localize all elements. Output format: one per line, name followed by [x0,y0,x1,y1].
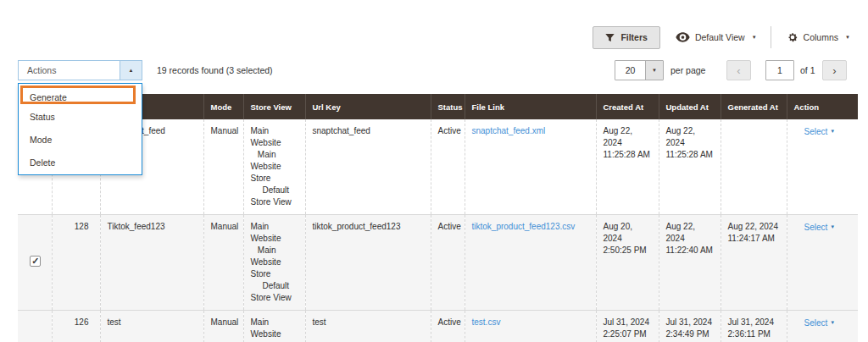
per-page-value: 20 [615,65,645,75]
filters-button[interactable]: Filters [593,26,660,49]
cell-status: Active [431,119,465,215]
table-header-row: Mode Store View Url Key Status File Link… [18,94,858,119]
select-label: Select [804,223,828,232]
cell-url-key: snaptchat_feed [305,119,431,215]
chevron-down-icon: ▼ [830,320,835,325]
default-view-control[interactable]: Default View ▼ [676,32,757,42]
cell-name: Tiktok_feed123 [100,215,203,311]
grid-toolbar: Filters Default View ▼ Columns ▼ [593,25,850,49]
select-label: Select [804,127,828,136]
header-url-key[interactable]: Url Key [305,94,431,119]
file-link[interactable]: tiktok_product_feed123.csv [472,222,576,231]
file-link[interactable]: test.csv [472,317,501,327]
menu-item-status[interactable]: Status [19,106,142,129]
cell-url-key: test [305,311,431,342]
table-row: 126 test Manual Main Website Main Websit… [18,311,858,342]
cell-updated-at: Aug 22, 2024 11:22:40 AM [659,215,721,311]
cell-mode: Manual [203,215,243,311]
header-store-view[interactable]: Store View [243,94,305,119]
cell-store-view: Main Website Main Website Store Default … [243,215,305,311]
header-generated-at[interactable]: Generated At [721,94,787,119]
header-mode[interactable]: Mode [203,94,243,119]
cell-created-at: Jul 31, 2024 2:25:07 PM [596,311,659,342]
table-row: 128 Tiktok_feed123 Manual Main Website M… [18,215,858,311]
cell-created-at: Aug 22, 2024 11:25:28 AM [596,119,659,215]
previous-page-button: ‹ [726,60,751,80]
header-action[interactable]: Action [787,94,858,119]
chevron-down-icon: ▼ [830,129,835,134]
total-pages-label: of 1 [800,65,815,75]
cell-id: 126 [52,311,100,342]
feeds-table: Mode Store View Url Key Status File Link… [18,94,858,342]
chevron-down-icon: ▼ [645,61,663,80]
header-created-at[interactable]: Created At [596,94,659,119]
cell-name: test [100,311,203,342]
header-file-link[interactable]: File Link [465,94,596,119]
cell-url-key: tiktok_product_feed123 [305,215,431,311]
toolbar-divider [771,26,771,48]
cell-mode: Manual [203,119,243,215]
columns-control[interactable]: Columns ▼ [787,31,850,43]
select-label: Select [804,318,828,328]
row-action-select[interactable]: Select▼ [794,317,836,329]
per-page-label: per page [670,65,705,75]
header-status[interactable]: Status [431,94,465,119]
gear-icon [787,31,798,43]
table-row: snaptchat_feed Manual Main Website Main … [18,119,858,215]
cell-generated-at: Aug 22, 2024 11:24:17 AM [721,215,787,311]
chevron-down-icon: ▼ [830,224,835,229]
menu-item-mode[interactable]: Mode [19,129,142,152]
cell-status: Active [431,311,465,342]
filters-button-label: Filters [620,32,648,42]
actions-dropdown-toggle[interactable]: Actions ▲ [18,60,142,80]
chevron-down-icon: ▼ [752,35,757,40]
cell-status: Active [431,215,465,311]
cell-generated-at: Jul 31, 2024 2:36:11 PM [721,311,787,342]
chevron-up-icon: ▲ [120,61,142,80]
next-page-button[interactable]: › [822,60,847,80]
row-checkbox[interactable] [30,256,41,267]
menu-item-delete[interactable]: Delete [19,152,142,174]
chevron-down-icon: ▼ [845,35,850,40]
row-action-select[interactable]: Select▼ [794,221,836,234]
per-page-select[interactable]: 20 ▼ [615,60,664,80]
row-action-select[interactable]: Select▼ [794,125,836,138]
default-view-label: Default View [695,32,745,42]
page-input[interactable] [765,60,794,80]
cell-updated-at: Aug 22, 2024 11:25:28 AM [659,119,721,215]
menu-item-generate[interactable]: Generate [20,86,136,104]
header-updated-at[interactable]: Updated At [659,94,721,119]
cell-store-view: Main Website Main Website Store Default … [243,311,305,342]
records-summary: 19 records found (3 selected) [157,65,273,75]
filter-funnel-icon [605,33,615,42]
cell-generated-at [721,119,787,215]
cell-mode: Manual [203,311,243,342]
cell-created-at: Aug 20, 2024 2:50:25 PM [596,215,659,311]
cell-store-view: Main Website Main Website Store Default … [243,119,305,215]
feed-grid-page: Filters Default View ▼ Columns ▼ Actions… [0,0,868,342]
eye-icon [676,32,690,42]
cell-id: 128 [52,215,100,311]
actions-menu: Generate Status Mode Delete [18,83,142,175]
actions-label: Actions [19,65,120,75]
file-link[interactable]: snaptchat_feed.xml [472,126,546,135]
columns-label: Columns [804,32,838,42]
cell-updated-at: Jul 31, 2024 2:34:49 PM [659,311,721,342]
